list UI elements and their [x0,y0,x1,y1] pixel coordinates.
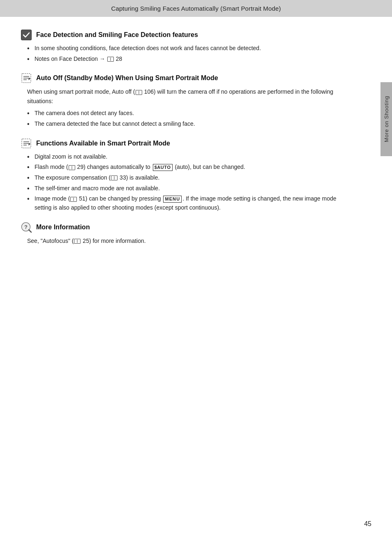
list-item: The self-timer and macro mode are not av… [27,184,349,193]
list-item: Flash mode ( 29) changes automatically t… [27,163,349,172]
section-functions-header: Functions Available in Smart Portrait Mo… [21,138,349,149]
face-detection-bullets: In some shooting conditions, face detect… [21,44,349,63]
list-item: Digital zoom is not available. [27,152,349,162]
book-ref-icon [70,197,77,202]
list-item: The camera detected the face but cannot … [27,120,349,129]
pencil-icon-2 [21,138,32,149]
list-item: The exposure compensation ( 33) is avail… [27,173,349,182]
section-more-info-title: More Information [36,224,90,231]
book-ref-icon [107,57,114,62]
section-auto-off-title: Auto Off (Standby Mode) When Using Smart… [36,74,218,82]
side-tab: More on Shooting [380,82,392,156]
svg-text:?: ? [24,224,28,230]
header-title: Capturing Smiling Faces Automatically (S… [111,5,281,12]
section-face-detection-title: Face Detection and Smiling Face Detectio… [36,31,198,39]
list-item: Notes on Face Detection → 28 [27,55,349,64]
section-more-info: ? More Information See, "Autofocus" ( 25… [21,222,349,245]
book-ref-icon [69,165,75,170]
flash-auto-badge: $AUTO [153,164,173,171]
section-functions-title: Functions Available in Smart Portrait Mo… [36,140,170,147]
functions-bullets: Digital zoom is not available. Flash mod… [21,152,349,212]
auto-off-bullets: The camera does not detect any faces. Th… [21,109,349,128]
section-functions: Functions Available in Smart Portrait Mo… [21,138,349,212]
list-item: In some shooting conditions, face detect… [27,44,349,53]
pencil-icon-1 [21,72,32,84]
svg-line-17 [29,230,31,232]
menu-badge: MENU [163,196,182,202]
magnifier-icon: ? [21,222,32,233]
section-auto-off: Auto Off (Standby Mode) When Using Smart… [21,72,349,128]
page-header: Capturing Smiling Faces Automatically (S… [0,0,392,17]
book-ref-icon [136,90,142,95]
main-content: Face Detection and Smiling Face Detectio… [0,17,370,279]
list-item: The camera does not detect any faces. [27,109,349,118]
side-tab-label: More on Shooting [383,96,390,142]
page-number: 45 [364,520,371,528]
svg-rect-1 [21,30,31,40]
section-face-detection: Face Detection and Smiling Face Detectio… [21,29,349,63]
book-ref-icon [74,239,81,244]
section-face-detection-header: Face Detection and Smiling Face Detectio… [21,29,349,41]
book-ref-icon [111,175,118,180]
auto-off-body: When using smart portrait mode, Auto off… [21,87,349,106]
checkmark-icon [21,29,32,41]
more-info-body: See, "Autofocus" ( 25) for more informat… [21,236,349,245]
section-auto-off-header: Auto Off (Standby Mode) When Using Smart… [21,72,349,84]
list-item: Image mode ( 51) can be changed by press… [27,194,349,212]
section-more-info-header: ? More Information [21,222,349,233]
